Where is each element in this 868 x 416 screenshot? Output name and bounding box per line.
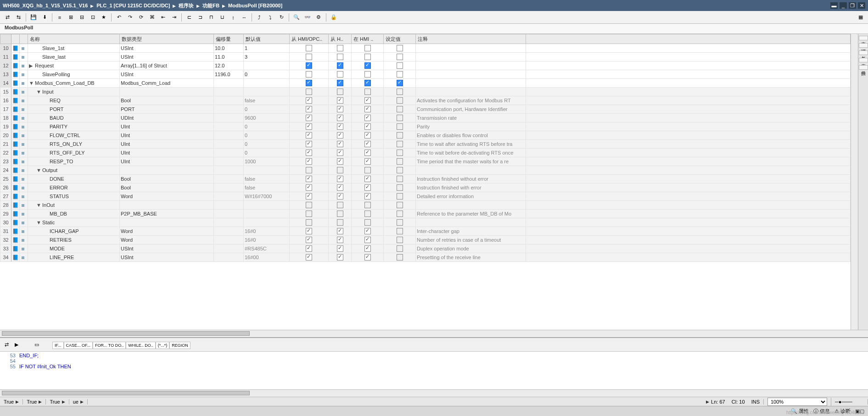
checkbox[interactable] [337,97,343,104]
table-row[interactable]: 16📘 REQBoolfalseActivates the configurat… [0,96,851,105]
sidebar-tab[interactable]: 指令 [859,36,868,40]
cell-name[interactable]: BAUD [28,114,120,122]
table-row[interactable]: 26📘 ERRORBoolfalseInstruction finished w… [0,183,851,192]
cell-default[interactable]: 16#00 [244,253,290,262]
cell-type[interactable]: Word [120,227,214,236]
tool-icon[interactable]: ⚙ [314,13,323,22]
col-setval[interactable]: 设定值 [384,34,416,44]
table-row[interactable]: 30📘▼ Static [0,218,851,227]
glasses-icon[interactable]: 👓 [303,13,312,22]
expand-toggle[interactable]: ▶ [29,63,34,69]
checkbox[interactable] [397,167,403,173]
cell-default[interactable]: false [244,175,290,183]
download-icon[interactable]: ⬇ [40,13,49,22]
checkbox[interactable] [337,237,343,243]
checkbox[interactable] [306,45,312,51]
maximize-icon[interactable]: ❐ [849,2,856,9]
cell-default[interactable]: 16#0 [244,227,290,236]
tool-icon[interactable]: ⊞ [66,13,75,22]
tool-icon[interactable]: ⊔ [218,13,227,22]
checkbox[interactable] [364,115,371,121]
checkbox[interactable] [364,184,371,191]
cell-type[interactable]: UInt [120,122,214,131]
col-offset[interactable]: 偏移量 [214,34,244,44]
cell-name[interactable]: DONE [28,175,120,183]
checkbox[interactable] [306,89,312,95]
sidebar-tab[interactable]: 测试 [859,43,868,48]
cell-default[interactable] [244,166,290,175]
table-row[interactable]: 33📘 MODEUSInt#RS485CDuplex operation mod… [0,244,851,253]
checkbox[interactable] [337,202,343,208]
code-snippet-tab[interactable]: (*...*) [156,342,170,349]
checkbox[interactable] [397,237,403,243]
lock-icon[interactable]: 🔒 [329,13,338,22]
cell-type[interactable]: PORT [120,105,214,114]
minimize-icon[interactable]: _ [840,2,847,9]
tool-icon[interactable]: ⊏ [185,13,194,22]
checkbox[interactable] [364,80,371,86]
checkbox[interactable] [306,141,312,147]
cell-name[interactable]: RETRIES [28,236,120,244]
table-row[interactable]: 21📘 RTS_ON_DLYUInt0Time to wait after ac… [0,140,851,149]
cell-comment[interactable] [416,70,526,79]
expand-toggle[interactable]: ▼ [36,202,41,208]
cell-comment[interactable] [416,88,526,96]
checkbox[interactable] [337,245,343,252]
checkbox[interactable] [397,202,403,208]
cell-default[interactable]: false [244,183,290,192]
checkbox[interactable] [337,115,343,121]
save-icon[interactable]: 💾 [29,13,38,22]
tool-icon[interactable]: ≡ [55,13,64,22]
checkbox[interactable] [397,211,403,217]
cell-default[interactable]: #RS485C [244,244,290,253]
expand-toggle[interactable]: ▼ [36,89,41,94]
cell-default[interactable] [244,201,290,210]
checkbox[interactable] [306,202,312,208]
checkbox[interactable] [337,123,343,130]
table-row[interactable]: 12📘▶ RequestArray[1..16] of Struct12.0 [0,61,851,70]
tool-icon[interactable]: ↻ [277,13,286,22]
cell-name[interactable]: MODE [28,244,120,253]
close-icon[interactable]: ✕ [858,2,865,9]
col-hmi3[interactable]: 在 HMI .. [352,34,384,44]
cell-default[interactable]: 1000 [244,157,290,166]
cell-comment[interactable]: Activates the configuration for Modbus R… [416,96,526,105]
col-datatype[interactable]: 数据类型 [120,34,214,44]
cell-comment[interactable]: Detailed error information [416,192,526,201]
col-hmi2[interactable]: 从 H.. [329,34,352,44]
checkbox[interactable] [397,71,403,78]
checkbox[interactable] [337,211,343,217]
checkbox[interactable] [306,123,312,130]
checkbox[interactable] [306,97,312,104]
checkbox[interactable] [397,123,403,130]
sidebar-tab[interactable]: 库 [859,58,868,62]
checkbox[interactable] [364,123,371,130]
code-snippet-tab[interactable]: WHILE.. DO.. [126,342,156,349]
cell-type[interactable]: USInt [120,244,214,253]
checkbox[interactable] [337,89,343,95]
cell-name[interactable]: REQ [28,96,120,105]
cell-name[interactable]: STATUS [28,192,120,201]
nav-right-icon[interactable]: ▶ [39,399,42,404]
cell-type[interactable]: Array[1..16] of Struct [120,61,214,70]
vertical-scrollbar[interactable] [851,34,858,330]
breadcrumb-segment[interactable]: WH500_XQG_hb_1_V15_V15.1_V16 [3,3,88,8]
cell-comment[interactable]: Time to wait after activating RTS before… [416,140,526,149]
checkbox[interactable] [337,150,343,156]
interface-grid[interactable]: 名称 数据类型 偏移量 默认值 从 HMI/OPC.. 从 H.. 在 HMI … [0,34,851,330]
checkbox[interactable] [364,211,371,217]
checkbox[interactable] [306,228,312,234]
cell-default[interactable]: 0 [244,122,290,131]
checkbox[interactable] [364,176,371,182]
checkbox[interactable] [337,132,343,139]
cell-type[interactable]: USInt [120,44,214,53]
checkbox[interactable] [397,176,403,182]
cell-name[interactable]: ▼ Modbus_Comm_Load_DB [28,79,120,88]
checkbox[interactable] [306,54,312,60]
checkbox[interactable] [337,167,343,173]
tool-icon[interactable]: ⤴ [255,13,264,22]
cell-comment[interactable]: Parity [416,122,526,131]
cell-name[interactable]: PORT [28,105,120,114]
cell-comment[interactable]: Transmission rate [416,114,526,122]
cell-type[interactable] [120,88,214,96]
